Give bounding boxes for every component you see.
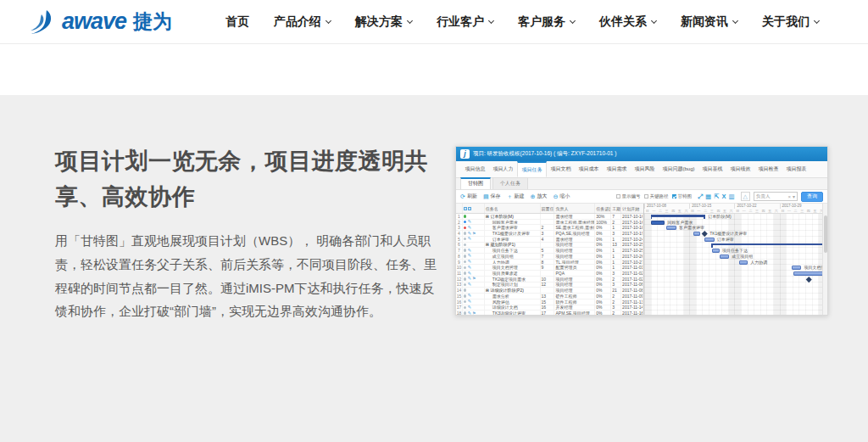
pencil-icon[interactable]: ✎ (467, 271, 471, 276)
app-tab[interactable]: 项目文档 (547, 161, 575, 177)
pencil-icon[interactable]: ✎ (467, 311, 471, 316)
gantt-bar[interactable] (793, 271, 822, 276)
app-tab[interactable]: 项目基线 (698, 161, 726, 177)
table-row[interactable]: 4✎⚑TK1概要设计及评审3PQA,SE,项目经理0%32017-10-19 (456, 231, 643, 237)
row-icons (463, 214, 485, 219)
table-row[interactable]: 5✎订单评审4需求经理0%12017-10-24 (456, 237, 643, 243)
tool-button-保存[interactable]: ▤保存 (483, 193, 501, 200)
gantt-bar[interactable] (792, 266, 801, 270)
flag-icon[interactable]: ⚑ (472, 277, 476, 281)
app-tab[interactable]: 项目检查 (754, 161, 782, 177)
app-subtab[interactable]: 甘特图 (460, 177, 491, 189)
nav-item-partners[interactable]: 伙伴关系 (599, 14, 656, 30)
nav-item-products[interactable]: 产品介绍 (274, 14, 331, 30)
fullscreen-icon[interactable]: ⤢ (698, 193, 703, 200)
gantt-bar[interactable] (720, 255, 729, 259)
nav-item-solutions[interactable]: 解决方案 (355, 14, 412, 30)
nav-item-service[interactable]: 客户服务 (518, 14, 575, 30)
app-tab[interactable]: 项目问题(bug) (659, 161, 698, 177)
gantt-bar[interactable] (693, 232, 700, 236)
app-tab[interactable]: 项目任务 (517, 161, 547, 177)
table-row[interactable]: 6⊞ 规划阶段(P1)项目经理0%132017-10-25 (456, 243, 643, 249)
table-row[interactable]: 1⊞ 订单阶段(M)需求经理30%72017-10-16 (456, 214, 643, 220)
table-row[interactable]: 18✎⚑TK3详细设计评审17APM,SE,项目经理0%22017-11-16 (456, 311, 643, 316)
scrollbar-thumb[interactable] (824, 215, 827, 253)
chevron-down-icon[interactable]: ▾ (793, 193, 795, 199)
table-row[interactable]: 2✎回顾客户需求需求工程师,需求经理100%22017-10-16 (456, 220, 643, 226)
gantt-bar[interactable] (711, 243, 822, 246)
import-icon[interactable]: ⇱ (714, 193, 719, 200)
table-row[interactable]: 14⊞ 详细设计阶段(P2)项目经理0%212017-11-08 (456, 288, 643, 294)
pencil-icon[interactable]: ✎ (467, 299, 471, 304)
pencil-icon[interactable]: ✎ (467, 305, 471, 310)
tool-button-放大[interactable]: ⊕放大 (531, 193, 548, 200)
tool-button-缩小[interactable]: ⊖缩小 (553, 193, 570, 200)
app-tab[interactable]: 项目报表 (782, 161, 810, 177)
flag-icon[interactable]: ⚑ (472, 232, 476, 236)
app-tab[interactable]: 项目绩效 (726, 161, 754, 177)
nav-item-news[interactable]: 新闻资讯 (681, 14, 737, 30)
start-date-cell: 2017-11-06 (621, 283, 643, 288)
tool-button-新建[interactable]: ＋新建 (507, 193, 525, 200)
pencil-icon[interactable]: ✎ (467, 232, 471, 236)
table-row[interactable]: 16✎风险评估15软件工程师0%22017-11-13 (456, 299, 643, 305)
pencil-icon[interactable]: ✎ (467, 249, 471, 253)
gantt-bar-label: 成立项目组 (732, 254, 753, 259)
table-row[interactable]: 3✎客户需求评审2SE,需求工程师,需求经0%12017-10-18 (456, 225, 643, 231)
pencil-icon[interactable]: ✎ (467, 294, 471, 298)
pencil-icon[interactable]: ✎ (467, 277, 471, 281)
tool-button-刷新[interactable]: ⟳刷新 (460, 193, 477, 200)
grid-view-icon[interactable]: ▦ (705, 193, 711, 200)
table-row[interactable]: 8✎成立项目组7项目经理0%12017-10-26 (456, 254, 643, 260)
pencil-icon[interactable]: ✎ (467, 283, 471, 287)
table-row[interactable]: 11✎项目质量承诺PQA0%32017-11-02 (456, 271, 643, 277)
pencil-icon[interactable]: ✎ (467, 260, 471, 264)
task-name-cell: 项目质量承诺 (485, 271, 541, 276)
gantt-bar[interactable] (712, 249, 720, 253)
app-tab[interactable]: 项目成本 (575, 161, 603, 177)
pencil-icon[interactable]: ✎ (467, 266, 471, 270)
checkbox-甘特图[interactable]: 甘特图 (672, 193, 693, 199)
pencil-icon[interactable]: ✎ (467, 220, 471, 224)
assignee-filter-input[interactable]: 负责人 × ▾ (754, 192, 798, 201)
nav-item-industries[interactable]: 行业客户 (437, 14, 493, 30)
app-tab[interactable]: 项目风险 (631, 161, 659, 177)
gantt-bar[interactable] (666, 226, 676, 230)
gantt-bar[interactable] (704, 238, 714, 242)
columns-icon[interactable]: ▥ (729, 193, 735, 200)
filter-icon[interactable]: △ (741, 192, 750, 201)
nav-item-about[interactable]: 关于我们 (762, 14, 819, 30)
status-dot-icon (464, 232, 467, 235)
progress-cell: 0% (595, 288, 611, 293)
flag-icon[interactable]: ⚑ (472, 311, 476, 316)
table-row[interactable]: 13✎制定项目计划12项目经理0%32017-11-06 (456, 283, 643, 288)
pencil-icon[interactable]: ✎ (467, 237, 471, 241)
gantt-bar[interactable] (651, 215, 706, 217)
gantt-bar[interactable] (651, 221, 665, 225)
row-number: 14 (456, 288, 463, 293)
app-tab[interactable]: 项目信息 (461, 161, 489, 177)
row-icons: ✎ (463, 260, 485, 265)
query-button[interactable]: 查询 (801, 192, 823, 202)
app-tab[interactable]: 项目人力 (489, 161, 517, 177)
clear-icon[interactable]: × (787, 194, 791, 199)
pencil-icon[interactable]: ✎ (467, 254, 471, 258)
excel-export-icon[interactable]: X (722, 193, 726, 200)
predecessor-cell: 5 (541, 248, 555, 253)
logo[interactable]: awave 捷为 (30, 8, 172, 36)
table-row[interactable]: 15✎需求分析13硬件工程师0%22017-11-09 (456, 294, 643, 299)
pencil-icon[interactable]: ✎ (467, 226, 471, 230)
checkbox-显示编号[interactable]: 显示编号 (616, 193, 641, 199)
predecessor-cell: 15 (541, 299, 555, 305)
table-row[interactable]: 7✎项目任务下达5项目经理0%12017-10-25 (456, 248, 643, 254)
gantt-bar[interactable] (739, 260, 748, 265)
app-subtab[interactable]: 个人任务 (492, 177, 528, 189)
table-row[interactable]: 12✎⚑TK2确定项目需求10项目经理0%22017-11-02 (456, 277, 643, 283)
table-row[interactable]: 10✎项目文档管理9配置管理员0%12017-11-01 (456, 265, 643, 271)
checkbox-关键路径[interactable]: 关键路径 (644, 193, 669, 199)
table-row[interactable]: 17✎详细设计文档16开发经理0%32017-11-14 (456, 305, 643, 311)
app-tab[interactable]: 项目需求 (603, 161, 631, 177)
table-row[interactable]: 9✎人力协调8TL,项目经理0%12017-10-27 (456, 260, 643, 266)
vertical-scrollbar[interactable] (822, 204, 827, 316)
nav-item-home[interactable]: 首页 (225, 14, 249, 30)
